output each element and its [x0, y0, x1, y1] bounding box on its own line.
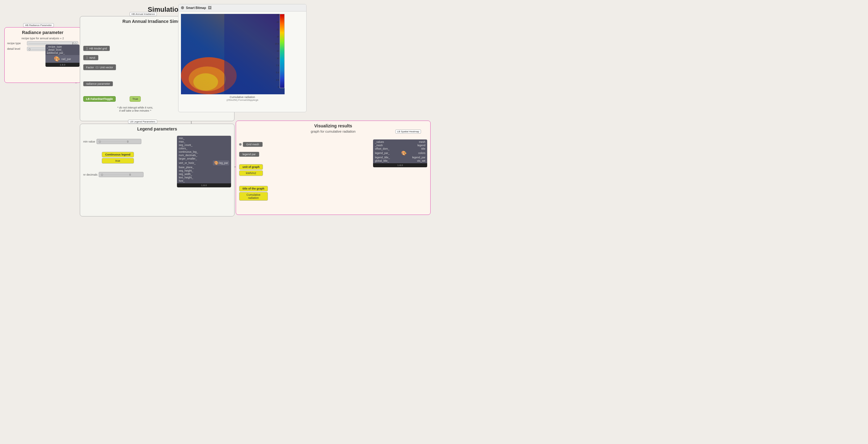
radiance-node-detail: _detail_level_ [47, 48, 78, 51]
cb-label-5: 13 [275, 50, 279, 52]
grid-mesh-label: Grid mesh [246, 143, 259, 146]
radiance-node-label: rad_par [61, 58, 71, 61]
unit-vector-label: Unit vector [100, 66, 113, 69]
run-badge: HB Annual Irradiance [130, 12, 157, 16]
hb-model-label: HB Model grid [89, 47, 107, 50]
legend-par-box[interactable]: legend par [239, 152, 259, 157]
nr-decimals-input[interactable]: ◇ —————————— 0 [99, 172, 144, 177]
leg-base: base_plane_ [179, 166, 229, 169]
false-start-toggle[interactable]: LB FalseStartToggle [83, 96, 116, 102]
sh-offsetdom: offset_dom_ [375, 147, 390, 150]
signal-icon-2: )) [86, 56, 88, 59]
legend-panel: Legend parameters LB Legend Parameters m… [80, 124, 235, 216]
sh-legpar: legend_par_ [375, 152, 390, 155]
heatmap-dot [181, 6, 184, 9]
unit-of-graph-value: kWh/m2 [239, 170, 263, 176]
heatmap-svg [181, 14, 285, 94]
colorbar-labels: 26 23 21 18 15.5 13 10 7.9 5.3 2.6 0 [275, 14, 279, 88]
heatmap-caption: Cumulative radiation [179, 96, 306, 99]
continuous-true-box: true [102, 158, 134, 164]
radiance-param-box[interactable]: radiance parameter [83, 81, 113, 86]
grid-mesh-row: Grid mesh [239, 142, 262, 147]
heatmap-title: Smart Bitmap [186, 6, 206, 9]
cb-label-9: 2.6 [275, 79, 279, 81]
bitmap-icon: 🖼 [208, 6, 212, 10]
heatmap-subtitle: (250x250) Format32bppArgb [179, 99, 306, 101]
factor-label: Factor [86, 66, 94, 69]
false-start-label: LB FalseStartToggle [86, 97, 113, 100]
leg-larger: larger_smaller_ [179, 157, 229, 160]
detail-level-label: detail level [7, 47, 26, 51]
sh-colors: colors [418, 152, 425, 155]
sh-title: title [421, 147, 425, 150]
min-value-input[interactable]: ◇ —————————— 0 [96, 139, 142, 144]
leg-numdec: num_decimals_ [179, 154, 229, 157]
legend-par-row: legend par [239, 152, 259, 157]
spatial-heatmap-node: _values mesh _mesh legend offset_dom_ ti… [373, 139, 427, 167]
radiance-param-label: radiance parameter [86, 82, 110, 85]
unit-of-graph-container: unit of graph kWh/m2 [239, 164, 263, 176]
sh-visset: vis_set [417, 159, 425, 162]
leg-texth: text_height_ [179, 176, 229, 179]
leg-segw: seg_width_ [179, 172, 229, 176]
unit-of-graph-label: unit of graph [239, 164, 263, 170]
leg-segh: seg_height_ [179, 169, 229, 172]
leg-colors: colors_ [179, 147, 229, 150]
cb-label-3: 18 [275, 36, 279, 38]
radiance-badge: HB Radiance Parameter [23, 23, 54, 27]
nr-decimals-val: 0 [129, 173, 131, 176]
visualizing-title: Visualizing results [236, 121, 430, 130]
signal-icon-1: )) [86, 47, 88, 50]
graph-title-line1: Cumulative [247, 193, 260, 196]
page-container: Simulation 4: Annual Irradiance Simulati… [0, 0, 434, 222]
leg-min: min_ [179, 137, 184, 140]
leg-segcount: seg_count_ [179, 144, 229, 147]
continuous-legend-box: Continuous legend [102, 152, 134, 157]
leg-vert: vert_or_horiz_ [179, 161, 195, 164]
nr-decimals-row: nr decimals ◇ —————————— 0 [83, 172, 144, 177]
min-value-row: min value ◇ —————————— 0 [83, 139, 142, 144]
legend-panel-title: Legend parameters [80, 124, 234, 133]
heatmap-panel: Smart Bitmap 🖼 [178, 4, 307, 112]
factor-icon: ꝏ [95, 65, 99, 69]
sh-globtitle: global_title_ [375, 159, 389, 162]
continuous-true-val: true [115, 159, 120, 162]
leg-font: font_ [179, 179, 229, 183]
sh-color-swatch: 🎨 [401, 151, 406, 156]
visualizing-badge: LB Spatial Heatmap [395, 130, 421, 134]
graph-title-line2: radiation [248, 196, 259, 199]
continuous-legend-label: Continuous legend [105, 153, 130, 156]
nr-decimals-label: nr decimals [83, 173, 97, 176]
graph-title-container: title of the graph Cumulative radiation [239, 186, 268, 201]
hb-model-grid-box[interactable]: )) HB Model grid [83, 46, 110, 51]
true-value-box: True [130, 96, 141, 102]
radiance-description: recipe type for annual analysis = 2 [5, 37, 81, 40]
sh-mesh: mesh [419, 140, 425, 144]
grid-mesh-dot [239, 143, 242, 146]
radiance-node: _recipe_type _detail_level_ additional_p… [45, 44, 80, 67]
leg-max: max_ [179, 140, 229, 143]
legend-badge: LB Legend Parameters [128, 120, 157, 124]
min-value-label: min value [83, 140, 95, 143]
legend-version: 1.8.0 [177, 183, 231, 187]
cb-label-4: 15.5 [275, 43, 279, 45]
radiance-node-recipe: _recipe_type [47, 45, 78, 48]
wae-box[interactable]: )) WAE [83, 55, 98, 60]
factor-box[interactable]: Factor ꝏ Unit vector [83, 64, 116, 70]
graph-title-label: title of the graph [239, 186, 268, 191]
grid-mesh-box[interactable]: Grid mesh [243, 142, 262, 147]
sh-values: _values [375, 140, 384, 144]
radiance-version: 1.8.0 [45, 63, 80, 67]
true-value: True [132, 97, 138, 100]
heatmap-title-bar: Smart Bitmap 🖼 [179, 4, 306, 11]
sh-legend: legend [417, 144, 425, 147]
radiance-panel-title: Radiance parameter [5, 28, 81, 36]
continuous-legend-container: Continuous legend true [102, 152, 134, 164]
leg-contleg: continuous_leg_ [179, 150, 229, 153]
colorbar [280, 14, 285, 88]
sh-legtitle: legend_title_ [375, 156, 390, 159]
radiance-panel: Radiance parameter HB Radiance Parameter… [4, 27, 81, 83]
min-value-val: 0 [127, 140, 129, 143]
radiance-node-additional: additional_par_ [47, 51, 78, 55]
recipe-type-label: recipe type [7, 42, 26, 45]
